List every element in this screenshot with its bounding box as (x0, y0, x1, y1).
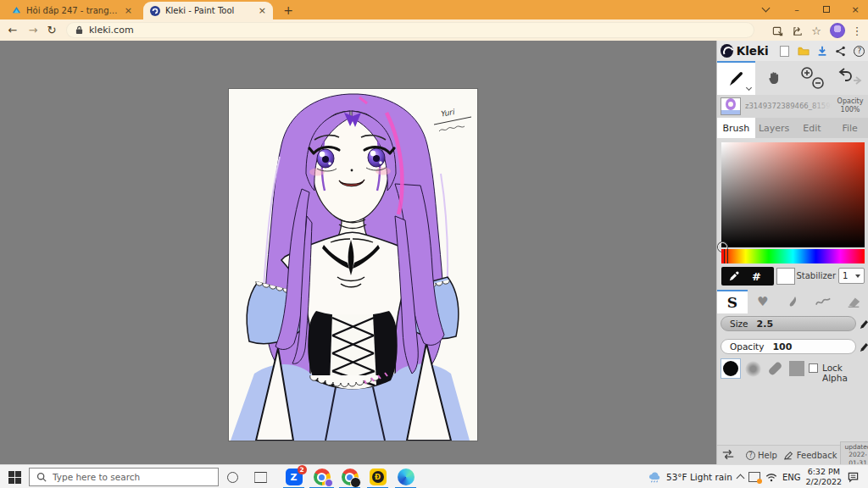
taskbar-app-chrome-2[interactable] (336, 465, 364, 488)
hue-slider-marker[interactable] (724, 249, 728, 263)
language-indicator[interactable]: ENG (782, 473, 801, 482)
undo-redo-buttons[interactable] (831, 61, 868, 95)
sketchy-brush-button[interactable] (778, 290, 809, 313)
tab-file[interactable]: File (831, 118, 868, 138)
lock-icon (75, 25, 83, 35)
kleki-header: Kleki ? (717, 41, 868, 61)
tab1-close-icon[interactable]: × (125, 5, 132, 16)
feedback-button[interactable]: Feedback (784, 451, 837, 460)
eraser-button[interactable] (838, 290, 868, 313)
window-close-button[interactable]: × (843, 0, 868, 19)
wifi-icon[interactable] (765, 473, 777, 482)
blend-brush-icon: ♥ (757, 294, 768, 309)
window-maximize-button[interactable] (814, 0, 839, 19)
browser-menu-icon[interactable]: ⋮ (849, 23, 865, 38)
tab-layers[interactable]: Layers (755, 118, 793, 138)
zalo-icon: Z2 (286, 469, 303, 485)
weather-text[interactable]: 53°F Light rain (666, 472, 732, 482)
new-image-button[interactable] (776, 41, 794, 61)
tip-stroke-button[interactable] (765, 358, 785, 379)
help-footer-button[interactable]: ?Help (746, 451, 777, 460)
question-icon: ? (746, 451, 755, 460)
taskbar-tray: 53°F Light rain ENG 6:32 PM2/2/2022 (648, 465, 860, 488)
profile-avatar[interactable] (830, 23, 845, 38)
taskbar-app-yellow-d[interactable]: Đ (364, 465, 392, 488)
cortana-button[interactable] (227, 472, 238, 483)
layer-preview-row[interactable]: z3149372389466_8159f26 Opacity100% (717, 95, 868, 118)
save-download-button[interactable] (813, 41, 832, 61)
secondary-color-swatch[interactable] (776, 268, 795, 285)
size-edit-pencil-icon[interactable] (858, 317, 868, 330)
taskbar-app-chrome[interactable] (308, 465, 336, 488)
forward-button[interactable]: → (24, 19, 42, 41)
tab-edit[interactable]: Edit (793, 118, 832, 138)
address-bar[interactable]: kleki.com (66, 22, 754, 38)
brush-tool-icon (727, 70, 744, 87)
notification-badge: 2 (298, 465, 307, 474)
pen-brush-button[interactable]: S (717, 290, 748, 313)
back-button[interactable]: ← (3, 19, 22, 41)
hue-slider[interactable] (721, 249, 865, 263)
open-file-button[interactable] (794, 41, 813, 61)
swap-colors-icon[interactable] (721, 449, 735, 462)
blend-brush-button[interactable]: ♥ (748, 290, 778, 313)
tab-brush[interactable]: Brush (717, 118, 755, 138)
zoom-tool-button[interactable] (793, 61, 832, 95)
size-slider[interactable]: Size2.5 (721, 316, 856, 331)
tip-square-button[interactable] (787, 358, 807, 379)
brush-tool-button[interactable] (717, 61, 755, 95)
corset (308, 311, 397, 390)
tab2-title: Kleki - Paint Tool (165, 6, 253, 15)
tray-expand-chevron-icon[interactable] (736, 474, 744, 483)
tab-search-chevron-icon[interactable] (753, 0, 778, 19)
taskbar-clock[interactable]: 6:32 PM2/2/2022 (805, 467, 842, 487)
lock-alpha-label: Lock Alpha (822, 363, 868, 383)
layer-thumbnail (721, 97, 741, 115)
stabilizer-select[interactable]: 1 (838, 268, 865, 284)
taskbar-app-zalo[interactable]: Z2 (280, 465, 308, 488)
color-saturation-picker[interactable] (721, 142, 865, 247)
eraser-icon (846, 295, 861, 308)
hand-tool-icon (766, 70, 782, 86)
undo-icon (840, 69, 851, 80)
hand-tool-button[interactable] (755, 61, 793, 95)
opacity-edit-pencil-icon[interactable] (858, 340, 868, 353)
drawing-canvas[interactable]: Yuri (229, 89, 477, 441)
bookmark-star-icon[interactable]: ☆ (809, 23, 824, 38)
curve-brush-button[interactable] (808, 290, 838, 313)
search-input[interactable] (53, 472, 197, 482)
search-icon (36, 472, 47, 482)
eyedropper-icon[interactable] (728, 270, 740, 282)
taskbar-app-edge[interactable] (392, 465, 420, 488)
action-center-icon[interactable] (847, 471, 860, 483)
lock-alpha-checkbox[interactable] (809, 363, 818, 373)
url-text: kleki.com (89, 25, 134, 36)
tip-soft-circle-button[interactable] (743, 358, 763, 379)
taskbar-search-box[interactable] (29, 468, 219, 486)
hex-input-button[interactable]: # (752, 270, 761, 283)
help-button[interactable]: ? (850, 41, 868, 61)
stroke-tip-icon (767, 361, 782, 376)
pen-brush-icon: S (727, 294, 737, 311)
share-icon[interactable] (790, 23, 805, 38)
tip-hard-circle-button[interactable] (721, 358, 741, 379)
page-action-icon[interactable] (770, 23, 785, 38)
brush-dropdown-caret-icon[interactable] (746, 85, 752, 91)
windows-start-button[interactable] (8, 471, 21, 484)
share-button[interactable] (832, 41, 850, 61)
chrome-profile-icon (342, 469, 359, 485)
browser-tab-1[interactable]: Hỏi đáp 247 - trang tra loi × (5, 2, 139, 19)
task-view-button[interactable] (254, 472, 267, 483)
reload-button[interactable]: ↻ (42, 19, 61, 41)
tab2-close-icon[interactable]: × (259, 5, 266, 16)
smudge-brush-icon (787, 295, 798, 308)
tray-app-icon[interactable] (748, 472, 760, 482)
window-minimize-button[interactable]: – (784, 0, 810, 19)
kleki-workspace: Yuri (0, 41, 716, 464)
browser-tab-2-active[interactable]: Kleki - Paint Tool × (143, 2, 273, 19)
opacity-slider[interactable]: Opacity100 (721, 339, 856, 354)
tab2-favicon (150, 6, 160, 16)
new-tab-button[interactable]: + (280, 3, 297, 18)
layer-filename: z3149372389466_8159f26 (745, 102, 832, 112)
screen: Hỏi đáp 247 - trang tra loi × Kleki - Pa… (0, 0, 868, 488)
